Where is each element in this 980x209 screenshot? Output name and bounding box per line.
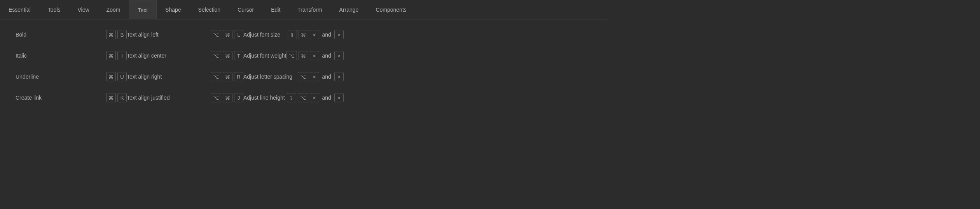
shortcut-label: Italic [16, 53, 106, 59]
shortcut-row-font-weight: Adjust font weight ⌥ ⌘ < and > [243, 49, 344, 62]
tab-cursor[interactable]: Cursor [229, 0, 262, 19]
tab-zoom[interactable]: Zoom [98, 0, 129, 19]
shortcut-label: Text align justified [127, 95, 211, 101]
key-option: ⌥ [298, 93, 308, 102]
key-letter: R [234, 72, 243, 81]
shortcut-row-line-height: Adjust line height ⇧ ⌥ < and > [243, 91, 344, 104]
and-text: and [322, 74, 331, 80]
shortcut-label: Text align left [127, 32, 211, 38]
key-less: < [310, 93, 319, 102]
key-greater: > [334, 72, 344, 81]
shortcut-keys: ⌥ ⌘ L [211, 30, 243, 39]
key-cmd: ⌘ [223, 93, 232, 102]
shortcut-row-create-link: Create link ⌘ K [16, 91, 127, 104]
key-letter: B [117, 30, 127, 39]
key-cmd: ⌘ [299, 51, 308, 60]
key-less: < [310, 72, 319, 81]
shortcut-row-bold: Bold ⌘ B [16, 28, 127, 41]
shortcut-keys: ⌥ < and > [298, 72, 344, 81]
shortcut-keys: ⇧ ⌥ < and > [287, 93, 344, 102]
shortcut-row-align-center: Text align center ⌥ ⌘ T [127, 49, 243, 62]
key-letter: J [234, 93, 243, 102]
key-less: < [310, 51, 319, 60]
key-option: ⌥ [286, 51, 297, 60]
shortcut-keys: ⌘ K [106, 93, 127, 102]
and-text: and [322, 95, 331, 101]
tab-shape[interactable]: Shape [157, 0, 189, 19]
shortcut-row-align-left: Text align left ⌥ ⌘ L [127, 28, 243, 41]
shortcut-column-2: Text align left ⌥ ⌘ L Text align center … [127, 28, 243, 104]
key-option: ⌥ [211, 93, 221, 102]
shortcut-keys: ⌥ ⌘ R [211, 72, 243, 81]
key-greater: > [334, 93, 344, 102]
key-less: < [310, 30, 319, 39]
key-greater: > [334, 30, 344, 39]
key-shift: ⇧ [288, 30, 297, 39]
key-cmd: ⌘ [106, 72, 116, 81]
shortcuts-content: Bold ⌘ B Italic ⌘ I Underline ⌘ U Create… [0, 19, 607, 113]
tab-edit[interactable]: Edit [262, 0, 289, 19]
tab-view[interactable]: View [69, 0, 98, 19]
key-cmd: ⌘ [106, 93, 116, 102]
key-option: ⌥ [211, 30, 221, 39]
key-option: ⌥ [298, 72, 308, 81]
shortcut-row-underline: Underline ⌘ U [16, 70, 127, 83]
key-cmd: ⌘ [106, 30, 116, 39]
shortcut-label: Adjust line height [243, 95, 287, 101]
shortcut-row-align-right: Text align right ⌥ ⌘ R [127, 70, 243, 83]
key-cmd: ⌘ [106, 51, 116, 60]
shortcut-label: Bold [16, 32, 106, 38]
key-letter: K [117, 93, 127, 102]
shortcut-label: Create link [16, 95, 106, 101]
shortcut-row-letter-spacing: Adjust letter spacing ⌥ < and > [243, 70, 344, 83]
key-option: ⌥ [211, 51, 221, 60]
tab-arrange[interactable]: Arrange [331, 0, 367, 19]
shortcut-keys: ⌘ B [106, 30, 127, 39]
shortcut-row-italic: Italic ⌘ I [16, 49, 127, 62]
key-letter: L [234, 30, 243, 39]
shortcut-keys: ⌘ U [106, 72, 127, 81]
key-letter: T [234, 51, 243, 60]
tab-selection[interactable]: Selection [190, 0, 229, 19]
shortcut-label: Adjust font weight [243, 53, 286, 59]
and-text: and [322, 53, 331, 59]
key-cmd: ⌘ [299, 30, 308, 39]
key-letter: I [117, 51, 127, 60]
tab-text[interactable]: Text [129, 0, 157, 19]
and-text: and [322, 32, 331, 38]
shortcut-keys: ⌥ ⌘ T [211, 51, 243, 60]
shortcut-column-3: Adjust font size ⇧ ⌘ < and > Adjust font… [243, 28, 344, 104]
shortcut-label: Adjust letter spacing [243, 74, 298, 80]
shortcut-label: Text align center [127, 53, 211, 59]
tabs-bar: Essential Tools View Zoom Text Shape Sel… [0, 0, 607, 19]
key-option: ⌥ [211, 72, 221, 81]
shortcut-keys: ⌥ ⌘ < and > [286, 51, 344, 60]
key-greater: > [334, 51, 344, 60]
shortcut-keys: ⇧ ⌘ < and > [288, 30, 344, 39]
shortcut-label: Adjust font size [243, 32, 288, 38]
shortcut-column-1: Bold ⌘ B Italic ⌘ I Underline ⌘ U Create… [16, 28, 127, 104]
tab-components[interactable]: Components [367, 0, 415, 19]
shortcut-row-align-justified: Text align justified ⌥ ⌘ J [127, 91, 243, 104]
key-cmd: ⌘ [223, 30, 232, 39]
key-cmd: ⌘ [223, 51, 232, 60]
shortcut-label: Underline [16, 74, 106, 80]
key-letter: U [117, 72, 127, 81]
key-cmd: ⌘ [223, 72, 232, 81]
tab-essential[interactable]: Essential [0, 0, 39, 19]
tab-tools[interactable]: Tools [39, 0, 69, 19]
shortcut-keys: ⌥ ⌘ J [211, 93, 243, 102]
shortcut-row-font-size: Adjust font size ⇧ ⌘ < and > [243, 28, 344, 41]
key-shift: ⇧ [287, 93, 296, 102]
shortcut-keys: ⌘ I [106, 51, 127, 60]
tab-transform[interactable]: Transform [289, 0, 330, 19]
shortcut-label: Text align right [127, 74, 211, 80]
